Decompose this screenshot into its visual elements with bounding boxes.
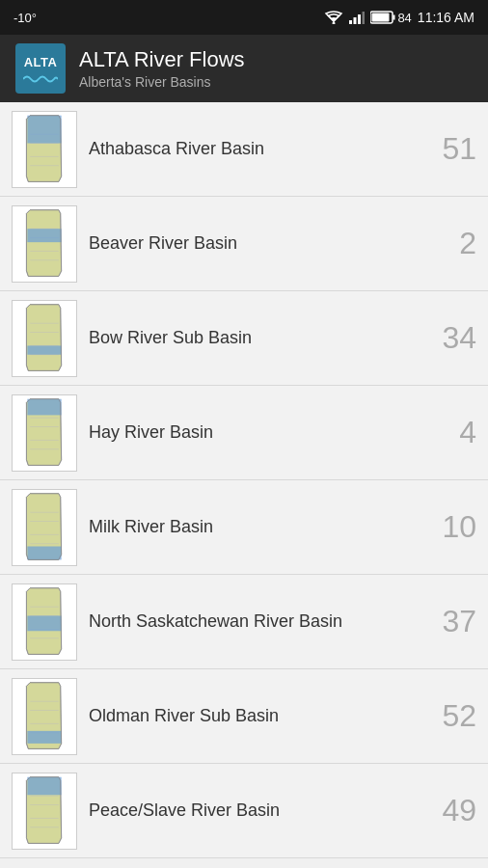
- basin-count: 10: [428, 509, 476, 545]
- time-display: 11:16 AM: [418, 10, 474, 25]
- temperature-display: -10°: [14, 11, 37, 25]
- list-item[interactable]: North Saskatchewan River Basin 37: [0, 575, 488, 669]
- status-icons: 84 11:16 AM: [324, 10, 474, 25]
- svg-rect-4: [363, 12, 366, 24]
- basin-count: 34: [428, 320, 476, 356]
- basin-map: [12, 111, 77, 188]
- svg-rect-15: [27, 776, 61, 795]
- basin-count: 52: [428, 698, 476, 734]
- app-title: ALTA River Flows: [79, 47, 245, 72]
- svg-rect-1: [349, 20, 352, 24]
- svg-rect-8: [27, 115, 61, 143]
- list-item[interactable]: Athabasca River Basin 51: [0, 102, 488, 197]
- list-item[interactable]: Beaver River Basin 2: [0, 197, 488, 291]
- basin-map: [12, 678, 77, 755]
- logo-wave-icon: [23, 71, 58, 83]
- svg-rect-10: [27, 345, 61, 354]
- svg-rect-2: [354, 17, 357, 24]
- toolbar-text: ALTA River Flows Alberta's River Basins: [79, 47, 245, 90]
- basin-map: [12, 300, 77, 377]
- logo-text: ALTA: [24, 55, 58, 69]
- svg-rect-13: [27, 615, 61, 631]
- list-item[interactable]: Oldman River Sub Basin 52: [0, 669, 488, 764]
- list-item[interactable]: Hay River Basin 4: [0, 386, 488, 480]
- basin-map: [12, 394, 77, 472]
- svg-rect-12: [27, 546, 61, 559]
- basin-name: Hay River Basin: [89, 422, 417, 443]
- basin-name: Peace/Slave River Basin: [89, 800, 417, 821]
- basin-count: 49: [428, 793, 476, 828]
- wifi-icon: [324, 11, 343, 24]
- basin-map: [12, 773, 77, 850]
- svg-rect-3: [358, 14, 361, 24]
- svg-rect-11: [27, 398, 61, 415]
- basin-name: Bow River Sub Basin: [89, 328, 417, 348]
- basin-name: Milk River Basin: [89, 517, 417, 537]
- basin-list: Athabasca River Basin 51 Beaver River Ba…: [0, 102, 488, 868]
- basin-count: 4: [428, 415, 476, 450]
- signal-icon: [349, 11, 365, 24]
- battery-level: 84: [370, 11, 411, 25]
- basin-name: Oldman River Sub Basin: [89, 706, 417, 726]
- svg-rect-6: [393, 15, 395, 20]
- basin-map: [12, 583, 77, 661]
- list-item[interactable]: Peace/Slave River Basin 49: [0, 764, 488, 858]
- basin-name: Beaver River Basin: [89, 233, 417, 254]
- basin-map: [12, 205, 77, 283]
- app-subtitle: Alberta's River Basins: [79, 74, 245, 90]
- basin-count: 2: [428, 226, 476, 261]
- basin-name: North Saskatchewan River Basin: [89, 611, 417, 632]
- toolbar: ALTA ALTA River Flows Alberta's River Ba…: [0, 35, 488, 102]
- list-item[interactable]: Bow River Sub Basin 34: [0, 291, 488, 386]
- svg-rect-14: [27, 730, 61, 743]
- app-logo: ALTA: [15, 43, 66, 94]
- status-bar: -10° 84 11:16 AM: [0, 0, 488, 35]
- svg-point-0: [333, 22, 336, 25]
- basin-count: 51: [428, 131, 476, 167]
- basin-name: Athabasca River Basin: [89, 139, 417, 159]
- svg-rect-9: [27, 229, 61, 242]
- basin-map: [12, 489, 77, 566]
- basin-count: 37: [428, 604, 476, 639]
- svg-rect-7: [372, 14, 390, 22]
- battery-icon: [370, 11, 395, 24]
- list-item[interactable]: Milk River Basin 10: [0, 480, 488, 575]
